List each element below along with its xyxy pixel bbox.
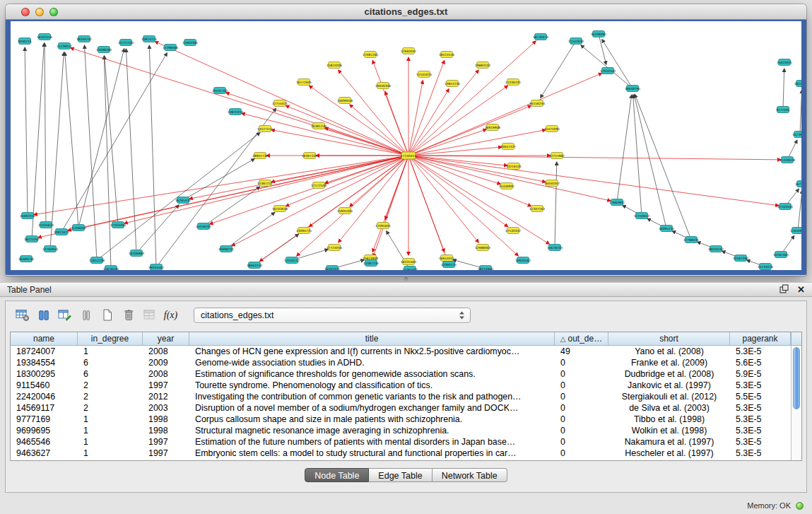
- network-node[interactable]: 12754421: [272, 100, 288, 107]
- network-node[interactable]: 16156254: [529, 100, 545, 107]
- scrollbar-thumb[interactable]: [793, 347, 800, 409]
- network-node[interactable]: 11459028: [779, 157, 795, 163]
- column-header-in_degree[interactable]: in_degree: [78, 332, 143, 346]
- network-node[interactable]: 18130474: [533, 34, 548, 40]
- network-node[interactable]: 16381240: [311, 123, 326, 129]
- network-node[interactable]: 13360125: [441, 262, 457, 268]
- network-node[interactable]: 9277401: [776, 107, 789, 113]
- network-node[interactable]: 17530342: [505, 228, 521, 234]
- network-node[interactable]: 20531700: [212, 88, 228, 94]
- network-node[interactable]: 12215987: [549, 153, 565, 159]
- network-node[interactable]: 10287465: [773, 252, 789, 258]
- network-node[interactable]: 18450167: [708, 246, 724, 252]
- citation-edge-black[interactable]: [602, 40, 632, 88]
- network-node[interactable]: 13870310: [228, 109, 243, 115]
- citation-edge-red[interactable]: [408, 129, 486, 156]
- network-node[interactable]: 16208095: [591, 31, 606, 37]
- network-node[interactable]: 10923471: [54, 229, 69, 235]
- network-table-select[interactable]: citations_edges.txt: [194, 308, 471, 323]
- network-node[interactable]: 11240653: [634, 213, 649, 219]
- citation-edge-black[interactable]: [45, 43, 46, 225]
- citation-edge-red[interactable]: [309, 86, 408, 156]
- network-node[interactable]: 10874215: [141, 36, 157, 42]
- network-node[interactable]: 18224960: [478, 266, 493, 271]
- network-node[interactable]: 16648794: [625, 86, 640, 92]
- network-node[interactable]: 16489230: [18, 256, 34, 262]
- network-window-titlebar[interactable]: citations_edges.txt: [6, 4, 806, 20]
- network-node[interactable]: 19883103: [475, 62, 490, 69]
- citation-edge-black[interactable]: [581, 45, 632, 88]
- network-node[interactable]: 18367337: [302, 153, 317, 159]
- network-node[interactable]: 16654011: [439, 255, 454, 262]
- network-node[interactable]: 15678203: [547, 245, 563, 251]
- function-builder-icon[interactable]: f(x): [161, 306, 180, 324]
- network-canvas[interactable]: 1724041512215987154750951615625411036205…: [11, 21, 801, 270]
- table-row[interactable]: 1938455462009Genome-wide association stu…: [11, 357, 791, 368]
- network-node[interactable]: 13094725: [296, 228, 312, 234]
- network-node[interactable]: 13760954: [42, 246, 58, 252]
- citation-edge-red[interactable]: [408, 156, 611, 201]
- network-node[interactable]: 16203658: [272, 206, 288, 212]
- citation-edge-red[interactable]: [408, 156, 447, 259]
- network-node[interactable]: 16778215: [795, 181, 801, 187]
- citation-edge-black[interactable]: [25, 47, 28, 216]
- close-panel-icon[interactable]: ✕: [797, 285, 805, 294]
- citation-edge-black[interactable]: [104, 56, 111, 269]
- network-node[interactable]: 16503556: [37, 34, 52, 40]
- citation-edge-red[interactable]: [68, 156, 408, 230]
- network-node[interactable]: 12450112: [284, 257, 300, 264]
- table-row[interactable]: 1872400712008Changes of HCN gene express…: [11, 346, 791, 357]
- network-node[interactable]: 15446901: [499, 183, 514, 189]
- delete-table-icon[interactable]: [119, 306, 138, 324]
- citation-edge-red[interactable]: [242, 113, 408, 156]
- citation-edge-red[interactable]: [408, 156, 781, 160]
- network-node[interactable]: 19034562: [148, 264, 164, 271]
- citation-edge-black[interactable]: [85, 45, 97, 260]
- network-node[interactable]: 12663395: [182, 40, 198, 46]
- citation-edge-black[interactable]: [798, 190, 801, 230]
- network-node[interactable]: 14527512: [257, 126, 273, 132]
- table-row[interactable]: 946362711997Embryonic stem cells: a mode…: [11, 448, 791, 459]
- network-node[interactable]: 17683902: [609, 199, 625, 206]
- tab-edge-table[interactable]: Edge Table: [369, 468, 432, 482]
- network-node[interactable]: 15610035: [777, 59, 792, 66]
- citation-edge-red[interactable]: [71, 48, 408, 156]
- network-node[interactable]: 12103504: [777, 204, 793, 210]
- network-node[interactable]: 18330742: [76, 36, 92, 42]
- table-row[interactable]: 969969511998Structural magnetic resonanc…: [11, 425, 791, 436]
- network-node[interactable]: 12788431: [683, 237, 699, 243]
- network-node[interactable]: 10934562: [515, 257, 531, 264]
- network-node[interactable]: 12933540: [600, 68, 616, 74]
- citation-edge-red[interactable]: [286, 156, 408, 206]
- citation-edge-red[interactable]: [408, 156, 507, 165]
- citation-edge-red[interactable]: [408, 156, 779, 206]
- citation-edge-black[interactable]: [633, 95, 642, 216]
- column-header-year[interactable]: year: [143, 332, 189, 346]
- network-node[interactable]: 15722103: [118, 40, 134, 46]
- network-node[interactable]: 18901731: [252, 153, 268, 159]
- column-header-out_de[interactable]: △out_de…: [555, 332, 608, 346]
- network-node[interactable]: 9440215: [18, 38, 31, 45]
- network-node[interactable]: 18663250: [247, 262, 262, 269]
- table-row[interactable]: 1830029562008Estimation of significance …: [11, 368, 791, 380]
- table-row[interactable]: 1456911722003Disruption of a novel membe…: [11, 402, 791, 414]
- citation-edge-black[interactable]: [50, 52, 64, 249]
- citation-edge-black[interactable]: [226, 212, 275, 249]
- citation-edge-red[interactable]: [339, 70, 408, 156]
- network-node[interactable]: 14699058: [337, 98, 353, 104]
- network-node[interactable]: 18335460: [401, 259, 416, 265]
- network-node[interactable]: 11542630: [568, 38, 584, 45]
- network-node[interactable]: 11036205: [505, 79, 521, 86]
- network-node[interactable]: 17765402: [402, 267, 418, 271]
- tab-node-table[interactable]: Node Table: [305, 468, 369, 482]
- network-node[interactable]: 12172508: [311, 182, 326, 189]
- citation-edge-black[interactable]: [634, 95, 666, 228]
- network-node[interactable]: 15905404: [337, 208, 353, 214]
- citation-edge-black[interactable]: [783, 69, 784, 110]
- citation-edge-black[interactable]: [617, 95, 632, 202]
- network-node[interactable]: 17503394: [110, 222, 126, 228]
- table-row[interactable]: 977716911998Corpus callosum shape and si…: [11, 414, 791, 425]
- table-row[interactable]: 946554611997Estimation of the future num…: [11, 436, 791, 448]
- network-node[interactable]: 18524556: [439, 52, 454, 58]
- network-node[interactable]: 17095601: [375, 223, 391, 229]
